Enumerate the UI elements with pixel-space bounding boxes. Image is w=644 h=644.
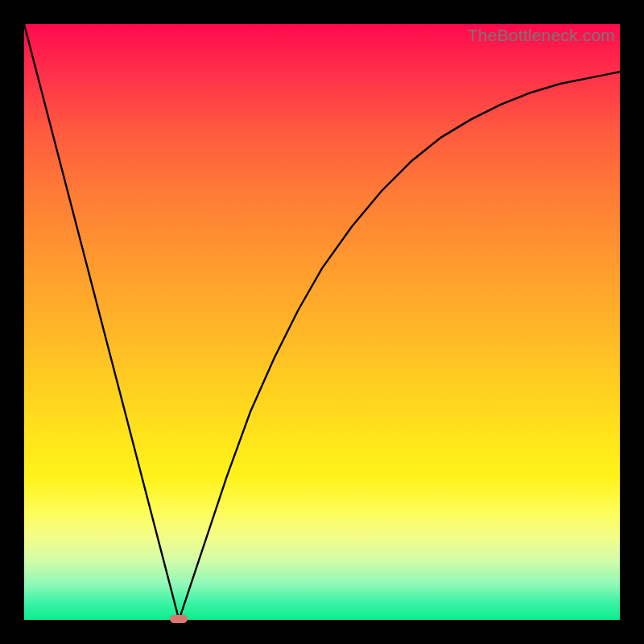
chart-frame: TheBottleneck.com — [0, 0, 644, 644]
optimal-marker — [170, 615, 188, 623]
plot-area: TheBottleneck.com — [24, 24, 620, 620]
curve-path — [24, 24, 620, 620]
bottleneck-curve — [24, 24, 620, 620]
